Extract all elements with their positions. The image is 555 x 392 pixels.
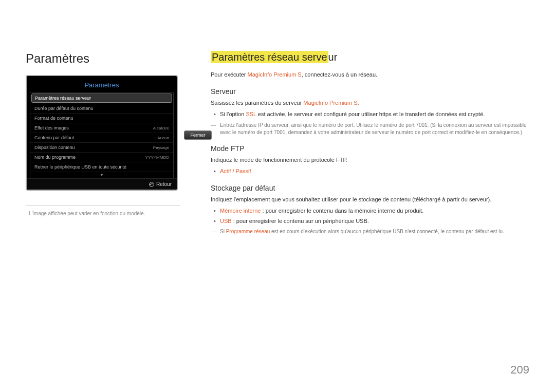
ftp-line: Indiquez le mode de fonctionnement du pr… xyxy=(211,156,529,164)
page-heading-left: Paramètres xyxy=(26,51,180,66)
osd-title: Paramètres xyxy=(30,79,174,92)
product-name: MagicInfo Premium S xyxy=(303,100,357,106)
storage-line: Indiquez l'emplacement que vous souhaite… xyxy=(211,195,529,204)
title-rest: ur xyxy=(328,51,338,63)
osd-row-label: Disposition contenu xyxy=(34,145,75,150)
server-note: Entrez l'adresse IP du serveur, ainsi qu… xyxy=(211,122,529,136)
osd-row-content-layout[interactable]: Disposition contenu Paysage xyxy=(30,143,173,153)
osd-screenshot: Paramètres Paramètres réseau serveur Dur… xyxy=(26,75,180,191)
page-number: 209 xyxy=(510,363,529,377)
close-button[interactable]: Fermer xyxy=(184,130,212,140)
ftp-option: Actif / Passif xyxy=(220,167,529,176)
osd-row-content-format[interactable]: Format de contenu xyxy=(30,114,173,123)
osd-row-label: Durée par défaut du contenu xyxy=(34,106,94,111)
product-name: MagicInfo Premium S xyxy=(248,71,302,78)
subheading-storage: Stockage par défaut xyxy=(211,184,529,192)
osd-row-value: Paysage xyxy=(153,145,169,150)
section-title: Paramètres réseau serveur xyxy=(211,51,529,63)
highlighted-title-part: Paramètres réseau serve xyxy=(211,51,328,63)
osd-footer: ↶ Retour xyxy=(27,178,177,190)
divider xyxy=(26,205,180,206)
server-line: Saisissez les paramètres du serveur Magi… xyxy=(211,99,529,107)
osd-row-default-duration[interactable]: Durée par défaut du contenu xyxy=(30,104,173,114)
osd-row-program-name[interactable]: Nom du programme YYYYMMDD xyxy=(30,153,173,162)
image-caption: - L'image affichée peut varier en foncti… xyxy=(26,211,180,216)
storage-bullet-internal: Mémoire interne : pour enregistrer le co… xyxy=(220,207,529,215)
osd-return-label: Retour xyxy=(156,181,172,187)
osd-row-label: Contenu par défaut xyxy=(34,135,74,140)
osd-row-label: Effet des images xyxy=(34,125,69,130)
osd-row-label: Nom du programme xyxy=(34,155,76,160)
osd-row-value: Aléatoire xyxy=(153,126,169,130)
osd-row-value: Aucun xyxy=(157,136,169,140)
ssl-keyword: SSL xyxy=(246,111,256,117)
osd-menu-list: Paramètres réseau serveur Durée par défa… xyxy=(30,92,174,178)
osd-row-safe-remove-usb[interactable]: Retirer le périphérique USB en toute séc… xyxy=(30,162,173,172)
osd-row-label: Paramètres réseau serveur xyxy=(35,96,91,101)
chevron-down-icon: ▼ xyxy=(30,172,173,178)
osd-row-value: YYYYMMDD xyxy=(145,155,169,160)
osd-row-network-server[interactable]: Paramètres réseau serveur xyxy=(31,94,172,103)
osd-row-label: Retirer le périphérique USB en toute séc… xyxy=(34,164,126,170)
network-program-keyword: Programme réseau xyxy=(226,229,270,234)
storage-bullet-usb: USB : pour enregistrer le contenu sur un… xyxy=(220,217,529,226)
osd-row-label: Format de contenu xyxy=(34,116,73,121)
storage-note: Si Programme réseau est en cours d'exécu… xyxy=(211,228,529,235)
osd-row-image-effect[interactable]: Effet des images Aléatoire xyxy=(30,123,173,133)
return-icon: ↶ xyxy=(149,182,154,187)
subheading-server: Serveur xyxy=(211,87,529,96)
osd-row-default-content[interactable]: Contenu par défaut Aucun xyxy=(30,133,173,143)
server-bullet-ssl: Si l'option SSL est activée, le serveur … xyxy=(220,110,529,119)
subheading-ftp: Mode FTP xyxy=(211,144,529,153)
intro-text: Pour exécuter MagicInfo Premium S, conne… xyxy=(211,70,529,79)
